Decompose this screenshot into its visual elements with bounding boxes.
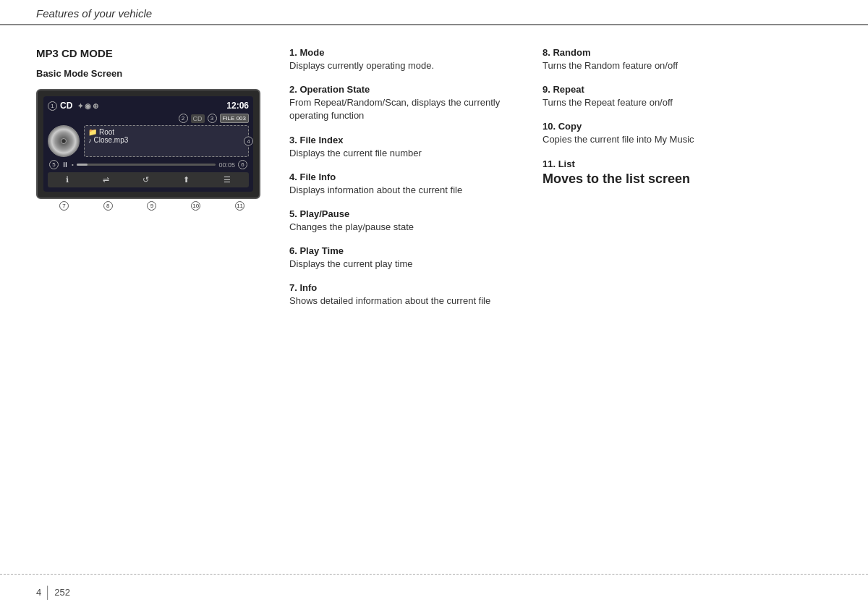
left-column: MP3 CD MODE Basic Mode Screen 1 CD ✦ ◉ ⊕… <box>36 47 268 320</box>
feature-9-num: 9. Repeat <box>542 84 832 95</box>
play-time: 00:05 <box>218 161 235 169</box>
music-icon: ♪ <box>88 137 92 144</box>
feature-2-desc: From Repeat/Random/Scan, displays the cu… <box>289 96 521 122</box>
feature-1-num: 1. Mode <box>289 47 521 58</box>
feature-10: 10. Copy Copies the current file into My… <box>542 121 832 146</box>
feature-6-desc: Displays the current play time <box>289 258 521 271</box>
satellite-icon: ◉ <box>85 102 91 110</box>
label-10: 10 <box>191 201 200 211</box>
label-5: 5 <box>49 160 59 169</box>
pause-icon: ⏸ <box>61 161 69 169</box>
feature-7-desc: Shows detailed information about the cur… <box>289 295 521 308</box>
feature-1: 1. Mode Displays currently operating mod… <box>289 47 521 72</box>
feature-7-num: 7. Info <box>289 282 521 293</box>
feature-11: 11. List Moves to the list screen <box>542 158 832 187</box>
feature-9: 9. Repeat Turns the Repeat feature on/of… <box>542 84 832 109</box>
feature-2: 2. Operation State From Repeat/Random/Sc… <box>289 84 521 122</box>
label-1: 1 <box>48 101 57 111</box>
feature-1-desc: Displays currently operating mode. <box>289 59 521 72</box>
page-header: Features of your vehicle <box>0 0 868 25</box>
feature-7: 7. Info Shows detailed information about… <box>289 282 521 308</box>
screen-time: 12:06 <box>226 101 249 111</box>
main-content: MP3 CD MODE Basic Mode Screen 1 CD ✦ ◉ ⊕… <box>0 25 868 334</box>
feature-9-desc: Turns the Repeat feature on/off <box>542 96 832 109</box>
middle-column: 1. Mode Displays currently operating mod… <box>268 47 521 320</box>
screen-main-area: 📁 Root ♪ Close.mp3 4 <box>48 125 249 157</box>
bottom-circle-labels: 7 8 9 10 11 <box>36 199 268 211</box>
file-badge: FILE 003 <box>220 114 250 123</box>
label-8: 8 <box>103 201 113 211</box>
file-info-area: 📁 Root ♪ Close.mp3 4 <box>84 125 249 157</box>
progress-bar-bg <box>77 164 216 166</box>
feature-2-num: 2. Operation State <box>289 84 521 95</box>
repeat-icon: ↺ <box>142 175 149 185</box>
dot-indicator: • <box>72 161 74 168</box>
cd-text: CD <box>60 101 72 111</box>
folder-icon: 📁 <box>88 128 97 136</box>
shuffle-icon: ⇌ <box>103 175 109 185</box>
feature-6-num: 6. Play Time <box>289 245 521 256</box>
feature-8-desc: Turns the Random feature on/off <box>542 59 832 72</box>
list-button: ☰ <box>224 175 231 185</box>
file-badge-text: FILE <box>223 115 235 122</box>
feature-5-num: 5. Play/Pause <box>289 208 521 219</box>
screen-row2: 2 CD 3 FILE 003 <box>48 114 249 123</box>
feature-8-num: 8. Random <box>542 47 832 58</box>
copy-icon: ⬆ <box>183 175 190 185</box>
info-icon: ℹ <box>66 175 69 185</box>
screen-cd-area: 1 CD ✦ ◉ ⊕ <box>48 101 98 111</box>
label-6: 6 <box>238 160 247 169</box>
header-title: Features of your vehicle <box>36 7 152 20</box>
section-title: MP3 CD MODE <box>36 47 268 59</box>
footer-page-num: 4 <box>36 587 41 598</box>
page-footer: 4 │ 252 <box>0 574 868 610</box>
list-icon: ☰ <box>224 175 231 185</box>
file-name-text: Close.mp3 <box>94 136 129 144</box>
label-9: 9 <box>147 201 156 211</box>
subsection-title: Basic Mode Screen <box>36 68 268 79</box>
label-2: 2 <box>179 114 188 123</box>
repeat-button: ↺ <box>142 175 149 185</box>
car-screen: 1 CD ✦ ◉ ⊕ 12:06 2 CD 3 FILE <box>36 89 260 199</box>
op-state-icon: CD <box>191 114 205 123</box>
screen-progress-bar: 5 ⏸ • 00:05 6 <box>48 160 249 169</box>
label-3: 3 <box>208 114 217 123</box>
feature-3-desc: Displays the current file number <box>289 147 521 160</box>
disc-icon <box>48 125 80 157</box>
feature-10-num: 10. Copy <box>542 121 832 132</box>
folder-name: Root <box>99 128 114 136</box>
feature-5: 5. Play/Pause Changes the play/pause sta… <box>289 208 521 234</box>
folder-row: 📁 Root <box>88 128 244 136</box>
feature-11-desc: Moves to the list screen <box>542 171 832 187</box>
signal-icon: ⊕ <box>93 102 98 110</box>
file-name-row: ♪ Close.mp3 <box>88 136 244 144</box>
shuffle-button: ⇌ <box>103 175 109 185</box>
feature-4-num: 4. File Info <box>289 171 521 182</box>
disc-center <box>61 138 67 144</box>
footer-page-label: 252 <box>54 587 70 598</box>
feature-4-desc: Displays information about the current f… <box>289 184 521 197</box>
screen-topbar: 1 CD ✦ ◉ ⊕ 12:06 <box>48 101 249 111</box>
screen-buttons-row: ℹ ⇌ ↺ ⬆ ☰ <box>48 172 249 187</box>
feature-5-desc: Changes the play/pause state <box>289 221 521 234</box>
right-column: 8. Random Turns the Random feature on/of… <box>521 47 832 320</box>
label-4: 4 <box>244 137 253 146</box>
feature-8: 8. Random Turns the Random feature on/of… <box>542 47 832 72</box>
info-button: ℹ <box>66 175 69 185</box>
label-7: 7 <box>59 201 69 211</box>
feature-6: 6. Play Time Displays the current play t… <box>289 245 521 271</box>
feature-3-num: 3. File Index <box>289 135 521 145</box>
copy-button: ⬆ <box>183 175 190 185</box>
footer-separator: │ <box>44 586 51 599</box>
progress-bar-fill <box>77 164 88 166</box>
screen-display: 1 CD ✦ ◉ ⊕ 12:06 2 CD 3 FILE <box>43 96 253 192</box>
bluetooth-icon: ✦ <box>77 102 83 110</box>
feature-11-num: 11. List <box>542 158 832 169</box>
feature-10-desc: Copies the current file into My Music <box>542 133 832 146</box>
label-11: 11 <box>235 201 244 211</box>
file-number: 003 <box>237 115 246 122</box>
feature-4: 4. File Info Displays information about … <box>289 171 521 197</box>
feature-3: 3. File Index Displays the current file … <box>289 135 521 160</box>
